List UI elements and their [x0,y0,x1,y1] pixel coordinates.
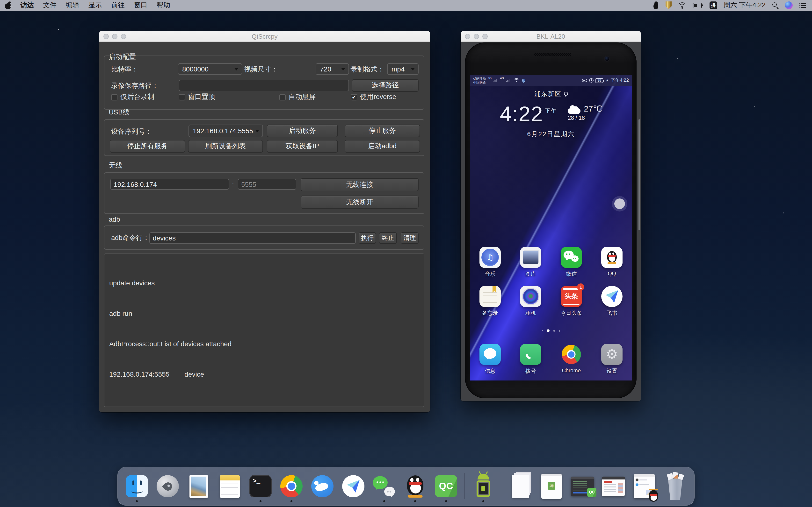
dock-item-trash[interactable] [663,470,688,502]
siri-icon[interactable] [785,1,793,9]
dock-item-feishu[interactable] [341,470,366,502]
app-dialer[interactable]: 拨号 [511,344,550,375]
menu-file[interactable]: 文件 [43,1,57,10]
apple-menu-icon[interactable] [5,1,11,9]
clock-widget[interactable]: 4:22 下午 27℃ 28 / 18 [470,99,632,125]
app-gallery[interactable]: 图库 [511,247,550,278]
get-device-ip-button[interactable]: 获取设备IP [267,140,338,153]
checkbox-box-checked[interactable]: ✔ [351,94,357,100]
dock-minimized-qq-chat[interactable] [632,470,657,502]
wechat-icon [561,247,582,268]
battery-percent: 38 [596,78,603,83]
app-toutiao[interactable]: 头条 1 今日头条 [552,286,591,317]
serial-value: 192.168.0.174:5555 [193,127,253,135]
app-wechat[interactable]: 微信 [552,247,591,278]
minimize-button[interactable] [112,34,117,39]
menu-view[interactable]: 显示 [89,1,102,10]
dock-item-wechat[interactable] [372,470,397,502]
app-memo[interactable]: 备忘录 [471,286,509,317]
menu-window[interactable]: 窗口 [134,1,147,10]
wifi-icon[interactable] [678,2,686,8]
phone-screen[interactable]: 优酷移动 中国联通 3G 4G ψ 38 ⚡ [470,75,632,381]
dock-minimized-chrome-page[interactable]: 坤 [539,470,564,502]
choose-path-button[interactable]: 选择路径 [352,79,418,92]
app-settings[interactable]: ⚙ 设置 [593,344,631,375]
dock-item-seal-app[interactable] [310,470,335,502]
clear-button[interactable]: 清理 [401,232,418,244]
wireless-disconnect-button[interactable]: 无线断开 [301,195,418,209]
execute-button[interactable]: 执行 [359,232,376,244]
shield-icon[interactable] [666,1,672,9]
weather-location[interactable]: 浦东新区 [470,90,632,99]
checkbox-auto-screen-off[interactable]: 自动息屏 [280,93,316,101]
checkbox-window-on-top[interactable]: 窗口置顶 [179,93,215,101]
refresh-device-list-button[interactable]: 刷新设备列表 [188,140,263,153]
menu-help[interactable]: 帮助 [157,1,170,10]
android-robot-icon [472,473,495,500]
app-chrome[interactable]: Chrome [552,344,591,375]
stop-all-services-button[interactable]: 停止所有服务 [110,140,185,153]
record-path-input[interactable] [179,80,349,91]
location-text: 浦东新区 [534,90,561,99]
phone-speaker-grille [534,53,571,56]
dock-item-qtscrcpy[interactable]: QC [434,470,459,502]
spotlight-icon[interactable] [772,2,779,9]
app-messages[interactable]: 信息 [471,344,509,375]
finder-icon [126,475,148,497]
location-pin-icon [563,92,568,97]
adb-log-output[interactable]: update devices... adb run AdbProcess::ou… [104,253,424,407]
dock-item-terminal[interactable]: >_ [248,470,273,502]
menu-bar-clock[interactable]: 周六 下午4:22 [723,1,766,10]
wireless-connect-button[interactable]: 无线连接 [301,178,418,191]
serial-combobox[interactable]: 192.168.0.174:5555 [189,125,263,137]
checkbox-box[interactable] [111,94,117,100]
dock-item-documents[interactable] [508,470,533,502]
record-format-combobox[interactable]: mp4 [387,63,418,75]
scrollbar[interactable] [639,119,640,230]
checkbox-background-record[interactable]: 仅后台录制 [111,93,154,101]
floating-navigation-ball[interactable] [614,199,625,209]
close-button[interactable] [465,34,470,39]
trash-full-icon [667,475,683,500]
bird-app-icon[interactable] [653,1,659,9]
checkbox-box[interactable] [179,94,185,100]
checkbox-use-reverse[interactable]: ✔ 使用reverse [351,93,396,101]
app-camera[interactable]: 相机 [511,286,550,317]
app-feishu[interactable]: 飞书 [593,286,631,317]
qtscrcpy-titlebar[interactable]: QtScrcpy [99,31,430,42]
dock-item-launchpad[interactable] [155,470,180,502]
wireless-ip-input[interactable] [110,179,229,190]
zoom-button[interactable] [121,34,126,39]
zoom-button[interactable] [483,34,488,39]
bitrate-combobox[interactable]: 8000000 [178,63,242,75]
checkbox-label: 仅后台录制 [120,93,154,101]
dock-item-mail[interactable] [186,470,211,502]
wireless-port-input[interactable] [238,179,296,190]
video-size-combobox[interactable]: 720 [316,63,349,75]
phone-titlebar[interactable]: BKL-AL20 [461,31,641,42]
menu-finder[interactable]: 访达 [20,1,34,10]
terminate-button[interactable]: 终止 [379,232,397,244]
dock-item-finder[interactable] [124,470,149,502]
notification-center-icon[interactable] [799,3,806,8]
menu-go[interactable]: 前往 [111,1,125,10]
adb-cmd-input[interactable] [149,232,356,244]
dock-item-android-mirror[interactable] [471,470,496,502]
app-music[interactable]: ♫ 音乐 [471,247,509,278]
dock-item-notes[interactable] [217,470,242,502]
dock-item-qq[interactable] [403,470,428,502]
battery-icon[interactable] [693,3,703,8]
weather-widget[interactable]: 27℃ 28 / 18 [568,104,602,121]
dock-item-chrome[interactable] [279,470,304,502]
dock-minimized-code-window[interactable]: QC [570,470,595,502]
checkbox-box[interactable] [280,94,286,100]
menu-edit[interactable]: 编辑 [66,1,79,10]
input-method-icon[interactable]: 拼 [710,1,717,9]
start-adbd-button[interactable]: 启动adbd [345,140,420,153]
close-button[interactable] [103,34,109,39]
start-service-button[interactable]: 启动服务 [267,125,338,137]
app-qq[interactable]: QQ [593,247,631,278]
dock-minimized-webpage[interactable] [601,470,626,502]
minimize-button[interactable] [474,34,479,39]
stop-service-button[interactable]: 停止服务 [345,125,420,137]
